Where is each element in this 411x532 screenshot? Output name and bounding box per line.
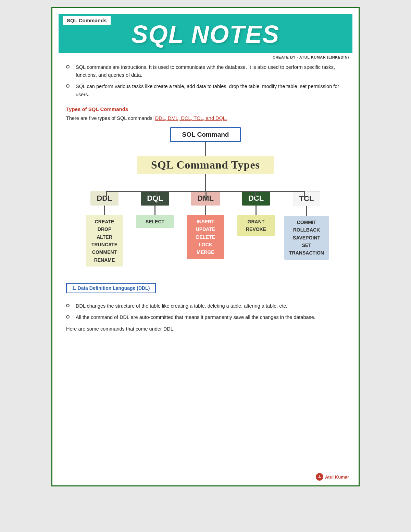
- diagram-connector: [82, 174, 329, 191]
- ddl-vert: [104, 206, 105, 215]
- branch-dql: DQL SELECT: [133, 191, 177, 228]
- footer-brand: A Atul Kumar: [316, 473, 349, 481]
- main-content: SQL commands are instructions. It is use…: [52, 63, 359, 342]
- bullet-circle-2: [66, 84, 70, 88]
- diagram-type-label: SQL Command Types: [137, 156, 274, 174]
- bullet-item-1: SQL commands are instructions. It is use…: [66, 63, 345, 79]
- types-intro: There are five types of SQL commands: DD…: [66, 115, 345, 121]
- ddl-section-badge: 1. Data Definition Language (DDL): [66, 283, 156, 293]
- ddl-footer-text: Here are some commands that come under D…: [66, 326, 345, 332]
- vert-drop-3: [206, 191, 207, 198]
- diagram-vert-line-1: [205, 142, 206, 156]
- create-by: CREATE BY - ATUL KUMAR (LINKEDIN): [52, 53, 359, 59]
- intro-section: SQL commands are instructions. It is use…: [66, 63, 345, 99]
- sql-commands-label: SQL Commands: [67, 17, 107, 23]
- dcl-vert: [256, 206, 257, 215]
- types-intro-text: There are five types of SQL commands:: [66, 115, 154, 121]
- page: SQL Commands SQL NOTES CREATE BY - ATUL …: [51, 7, 360, 486]
- dql-sub-items: SELECT: [136, 215, 174, 228]
- ddl-bullet-2: All the command of DDL are auto-committe…: [66, 313, 345, 321]
- dml-sub-items: INSERT UPDATE DELETE LOCK MERGE: [187, 215, 224, 259]
- tcl-sub-items: COMMIT ROLLBACK SAVEPOINT SET TRANSACTIO…: [284, 216, 329, 260]
- ddl-bullet-circle-1: [66, 304, 70, 307]
- bullet-text-2: SQL can perform various tasks like creat…: [76, 83, 345, 98]
- dml-vert: [205, 206, 206, 215]
- types-intro-underline: DDL, DML, DCL, TCL, and DQL.: [155, 115, 227, 121]
- ddl-bullet-1: DDL changes the structure of the table l…: [66, 302, 345, 310]
- branches: DDL CREATE DROP ALTER TRUNCATE COMMENT R…: [82, 191, 329, 267]
- center-vert-line: [205, 174, 206, 191]
- branch-tcl: TCL COMMIT ROLLBACK SAVEPOINT SET TRANSA…: [284, 191, 329, 260]
- types-title: Types of SQL Commands: [66, 106, 345, 112]
- branch-dml: DML INSERT UPDATE DELETE LOCK MERGE: [183, 191, 228, 259]
- vert-drop-4: [255, 191, 256, 198]
- sql-diagram: SOL Command SQL Command Types: [66, 127, 345, 267]
- tcl-vert: [306, 206, 307, 216]
- brand-name: Atul Kumar: [325, 474, 349, 480]
- diagram-top-box: SOL Command: [170, 127, 241, 142]
- bullet-item-2: SQL can perform various tasks like creat…: [66, 83, 345, 98]
- sql-commands-badge: SQL Commands: [62, 15, 111, 25]
- vert-drop-1: [106, 191, 107, 198]
- vert-drop-2: [156, 191, 157, 198]
- dql-vert: [154, 206, 155, 215]
- ddl-sub-items: CREATE DROP ALTER TRUNCATE COMMENT RENAM…: [86, 215, 123, 267]
- tcl-label: TCL: [293, 191, 321, 206]
- ddl-bullet-circle-2: [66, 315, 70, 319]
- branch-ddl: DDL CREATE DROP ALTER TRUNCATE COMMENT R…: [82, 191, 127, 267]
- ddl-label: DDL: [90, 191, 118, 206]
- vert-drop-5: [304, 191, 305, 198]
- bullet-text-1: SQL commands are instructions. It is use…: [76, 63, 345, 79]
- bullet-circle-1: [66, 65, 70, 69]
- brand-icon: A: [316, 473, 323, 481]
- branch-dcl: DCL GRANT REVOKE: [234, 191, 278, 236]
- ddl-bullets: DDL changes the structure of the table l…: [66, 302, 345, 321]
- ddl-bullet-text-1: DDL changes the structure of the table l…: [76, 302, 287, 310]
- dcl-sub-items: GRANT REVOKE: [237, 215, 275, 236]
- dql-label: DQL: [141, 191, 169, 206]
- ddl-bullet-text-2: All the command of DDL are auto-committe…: [76, 313, 315, 321]
